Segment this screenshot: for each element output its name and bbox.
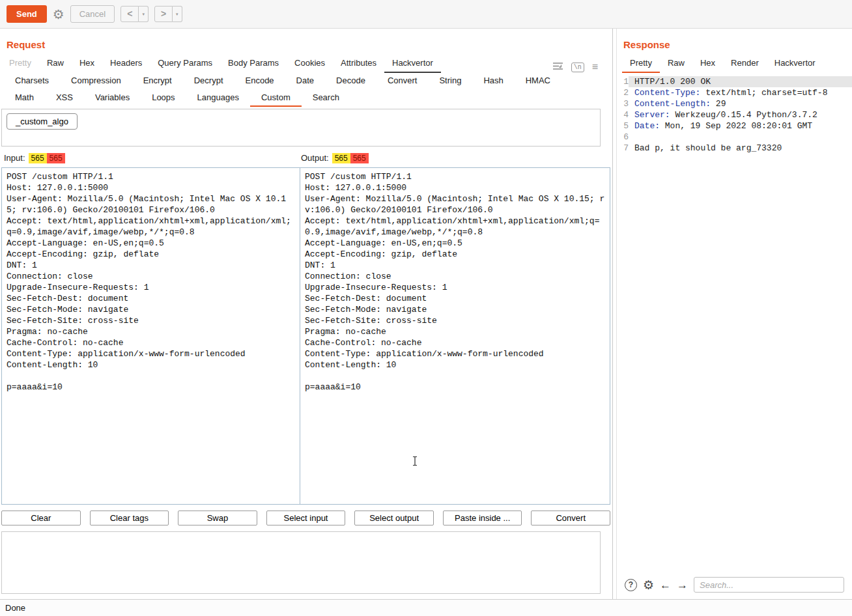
request-tab-attributes[interactable]: Attributes [333,55,384,73]
input-count-badges: 565565 [29,153,65,163]
category-tab-custom[interactable]: Custom [250,90,302,107]
category-tab-compression[interactable]: Compression [60,73,132,90]
history-back-button[interactable]: < [121,6,139,22]
header-value: HTTP/1.0 200 OK [634,77,711,87]
category-tab-date[interactable]: Date [285,73,325,90]
swap-button[interactable]: Swap [178,511,257,525]
hackvertor-action-buttons: ClearClear tagsSwapSelect inputSelect ou… [1,511,610,525]
request-tab-headers[interactable]: Headers [102,55,150,73]
cancel-button[interactable]: Cancel [70,5,115,23]
response-line: 4Server: Werkzeug/0.15.4 Python/3.7.2 [617,109,852,120]
header-name: Content-Length: [634,99,711,109]
search-next-icon[interactable]: → [677,580,688,591]
status-bar: Done [0,599,852,616]
request-tab-pretty[interactable]: Pretty [1,55,39,73]
request-tab-hex[interactable]: Hex [72,55,102,73]
request-tab-cookies[interactable]: Cookies [287,55,333,73]
help-icon[interactable]: ? [625,579,637,591]
category-tab-decode[interactable]: Decode [325,73,376,90]
category-tab-xss[interactable]: XSS [45,90,84,107]
response-tab-raw[interactable]: Raw [660,55,692,73]
response-line: 6 [617,132,852,143]
response-editor-tabs: PrettyRawHexRenderHackvertor [617,55,852,73]
line-content: HTTP/1.0 200 OK [629,76,852,87]
category-tab-search[interactable]: Search [302,90,350,107]
line-number: 3 [617,98,629,109]
io-editors: POST /custom HTTP/1.1 Host: 127.0.0.1:50… [1,167,610,505]
select-input-button[interactable]: Select input [266,511,346,525]
response-line: 3Content-Length: 29 [617,98,852,109]
send-button[interactable]: Send [7,5,47,23]
count-badge-yellow: 565 [29,153,47,163]
response-line: 5Date: Mon, 19 Sep 2022 08:20:01 GMT [617,120,852,132]
history-forward-dropdown-icon[interactable]: ▾ [173,6,182,22]
response-panel: Response PrettyRawHexRenderHackvertor 1H… [616,29,852,599]
response-tab-pretty[interactable]: Pretty [622,55,660,73]
header-value: text/html; charset=utf-8 [700,88,827,98]
request-tab-raw[interactable]: Raw [39,55,72,73]
history-back-dropdown-icon[interactable]: ▾ [139,6,149,22]
soft-wrap-icon[interactable] [552,61,563,73]
response-tab-hackvertor[interactable]: Hackvertor [767,55,823,73]
hackvertor-category-row-1: CharsetsCompressionEncryptDecryptEncodeD… [0,73,612,90]
line-number: 2 [617,87,629,98]
hackvertor-category-row-2: MathXSSVariablesLoopsLanguagesCustomSear… [0,90,612,107]
category-tab-encode[interactable]: Encode [234,73,285,90]
paste-inside-button[interactable]: Paste inside ... [443,511,522,525]
line-content: Server: Werkzeug/0.15.4 Python/3.7.2 [629,109,852,120]
input-label-group: Input: 565565 [4,153,301,163]
category-tab-encrypt[interactable]: Encrypt [132,73,183,90]
category-tab-hmac[interactable]: HMAC [515,73,561,90]
request-tab-hackvertor[interactable]: Hackvertor [384,55,441,73]
clear-tags-button[interactable]: Clear tags [90,511,169,525]
custom-tag-button[interactable]: _custom_algo [7,113,78,130]
hackvertor-result-area[interactable] [1,531,601,594]
io-labels-row: Input: 565565 Output: 565565 [4,153,612,163]
count-badge-red: 565 [47,153,65,163]
header-name: Content-Type: [634,88,700,98]
output-label-group: Output: 565565 [301,153,598,163]
line-content [629,132,852,143]
editor-menu-icon[interactable]: ≡ [592,61,598,73]
category-tab-languages[interactable]: Languages [186,90,250,107]
response-search-input[interactable] [694,577,844,593]
main-split: Request PrettyRawHexHeadersQuery ParamsB… [0,29,852,599]
response-tab-hex[interactable]: Hex [692,55,723,73]
response-tab-render[interactable]: Render [723,55,767,73]
response-body[interactable]: 1HTTP/1.0 200 OK2Content-Type: text/html… [617,73,852,572]
category-tab-string[interactable]: String [428,73,472,90]
history-forward-button[interactable]: > [154,6,173,22]
output-label: Output: [301,153,329,163]
header-value: Werkzeug/0.15.4 Python/3.7.2 [670,110,817,120]
status-text: Done [5,603,25,613]
request-panel: Request PrettyRawHexHeadersQuery ParamsB… [0,29,613,599]
response-line: 7Bad p, it should be arg_73320 [617,143,852,154]
response-settings-gear-icon[interactable]: ⚙ [643,579,654,591]
category-tab-loops[interactable]: Loops [141,90,186,107]
convert-button[interactable]: Convert [531,511,610,525]
header-value: Mon, 19 Sep 2022 08:20:01 GMT [660,121,812,131]
select-output-button[interactable]: Select output [354,511,434,525]
line-content: Content-Length: 29 [629,98,852,109]
clear-button[interactable]: Clear [1,511,81,525]
category-tab-hash[interactable]: Hash [472,73,514,90]
line-content: Bad p, it should be arg_73320 [629,143,852,154]
category-tab-variables[interactable]: Variables [84,90,141,107]
category-tab-convert[interactable]: Convert [376,73,429,90]
hackvertor-input-editor[interactable]: POST /custom HTTP/1.1 Host: 127.0.0.1:50… [1,167,300,505]
output-count-badges: 565565 [332,153,369,163]
category-tab-decrypt[interactable]: Decrypt [183,73,234,90]
response-line: 2Content-Type: text/html; charset=utf-8 [617,87,852,98]
request-tab-body-params[interactable]: Body Params [220,55,287,73]
request-settings-gear-icon[interactable]: ⚙ [53,8,64,21]
line-number: 7 [617,143,629,154]
input-label: Input: [4,153,25,163]
show-newlines-icon[interactable]: \n [571,63,584,72]
hackvertor-output-editor[interactable]: POST /custom HTTP/1.1 Host: 127.0.0.1:50… [300,167,610,505]
search-prev-icon[interactable]: ← [660,580,671,591]
category-tab-charsets[interactable]: Charsets [4,73,60,90]
response-search-bar: ? ⚙ ← → [617,572,852,599]
history-forward-group: > ▾ [154,6,182,22]
request-tab-query-params[interactable]: Query Params [150,55,220,73]
category-tab-math[interactable]: Math [4,90,45,107]
